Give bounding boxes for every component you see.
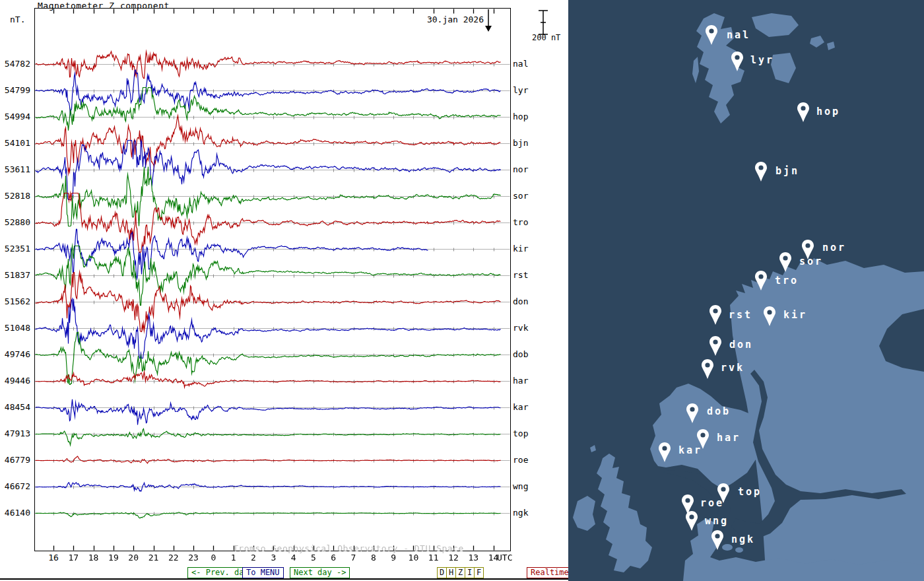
landmass xyxy=(735,547,743,553)
component-button-Z[interactable]: Z xyxy=(455,567,465,578)
map-label-rst: rst xyxy=(729,309,752,321)
map-label-kar: kar xyxy=(678,444,702,456)
map-pin-lyr[interactable] xyxy=(729,51,745,72)
y-axis-value-lyr: 54799 xyxy=(0,85,30,95)
trace-label-top: top xyxy=(513,428,528,438)
trace-label-wng: wng xyxy=(513,481,528,491)
map-marker-icon xyxy=(657,442,673,463)
x-tick-2: 2 xyxy=(246,553,261,563)
map-marker-icon xyxy=(762,306,777,327)
x-tick-22: 22 xyxy=(166,553,182,563)
map-label-har: har xyxy=(717,432,741,444)
map-label-nal: nal xyxy=(727,29,750,41)
map-marker-icon xyxy=(795,102,811,123)
map-pin-kar[interactable] xyxy=(657,442,673,463)
y-axis-value-don: 51562 xyxy=(0,296,30,306)
map-marker-icon xyxy=(753,161,769,182)
component-button-I[interactable]: I xyxy=(465,567,475,578)
x-tick-4: 4 xyxy=(286,553,302,563)
map-marker-icon xyxy=(777,252,793,273)
map-marker-icon xyxy=(708,335,723,357)
map-label-tro: tro xyxy=(775,275,799,287)
x-tick-6: 6 xyxy=(325,553,341,563)
y-axis-value-kir: 52351 xyxy=(0,244,30,254)
component-button-H[interactable]: H xyxy=(446,567,456,578)
y-axis-value-har: 49446 xyxy=(0,376,30,386)
x-tick-19: 19 xyxy=(106,553,121,563)
map-pin-hop[interactable] xyxy=(795,102,811,123)
y-axis-value-nor: 53611 xyxy=(0,164,30,174)
map-marker-icon xyxy=(704,24,719,46)
map-pin-bjn[interactable] xyxy=(753,161,769,182)
x-tick-10: 10 xyxy=(405,553,421,563)
x-tick-18: 18 xyxy=(86,553,102,563)
y-axis-unit-label: nT. xyxy=(10,15,25,24)
next-day-button[interactable]: Next day -> xyxy=(290,567,350,578)
x-tick-9: 9 xyxy=(385,553,401,563)
map-pin-wng[interactable] xyxy=(684,510,700,531)
observatory-credit: Tromso Geophysical Observatory - DTU Spa… xyxy=(233,543,464,553)
y-axis-value-bjn: 54101 xyxy=(0,138,30,148)
component-button-D[interactable]: D xyxy=(437,567,447,578)
station-map: nallyrhopbjnnorsortrorstkirdonrvkdobhark… xyxy=(568,0,924,581)
component-button-F[interactable]: F xyxy=(474,567,484,578)
trace-label-har: har xyxy=(513,376,528,386)
y-axis-value-hop: 54994 xyxy=(0,112,30,121)
map-pin-kir[interactable] xyxy=(762,306,777,327)
map-label-ngk: ngk xyxy=(731,533,755,545)
trace-label-sor: sor xyxy=(513,191,528,201)
x-axis-unit-label: UTC xyxy=(497,553,517,563)
y-axis-value-tro: 52880 xyxy=(0,217,30,227)
map-marker-icon xyxy=(684,510,700,531)
trace-label-tro: tro xyxy=(513,217,528,227)
y-axis-value-ngk: 46140 xyxy=(0,508,30,518)
map-pin-dob[interactable] xyxy=(684,403,700,424)
realtime-button[interactable]: Realtime xyxy=(527,567,573,578)
x-tick-20: 20 xyxy=(125,553,141,563)
component-selector: DHZIF xyxy=(438,567,484,578)
map-marker-icon xyxy=(708,304,723,325)
trace-label-kir: kir xyxy=(513,244,528,254)
map-pin-tro[interactable] xyxy=(753,270,769,291)
map-pin-nal[interactable] xyxy=(704,24,719,46)
trace-label-dob: dob xyxy=(513,349,528,359)
map-pin-don[interactable] xyxy=(708,335,723,357)
map-pin-sor[interactable] xyxy=(777,252,793,273)
x-tick-1: 1 xyxy=(226,553,242,563)
map-pin-rvk[interactable] xyxy=(700,359,715,380)
x-tick-7: 7 xyxy=(346,553,362,563)
map-marker-icon xyxy=(700,359,715,380)
trace-label-don: don xyxy=(513,296,528,306)
trace-label-ngk: ngk xyxy=(513,508,528,518)
x-tick-16: 16 xyxy=(46,553,61,563)
trace-label-lyr: lyr xyxy=(513,85,528,95)
x-tick-12: 12 xyxy=(446,553,461,563)
y-axis-value-roe: 46779 xyxy=(0,455,30,465)
map-label-lyr: lyr xyxy=(750,54,774,66)
map-label-bjn: bjn xyxy=(776,165,799,177)
trace-label-kar: kar xyxy=(513,402,528,412)
y-axis-value-top: 47913 xyxy=(0,428,30,438)
x-tick-8: 8 xyxy=(366,553,381,563)
x-tick-13: 13 xyxy=(465,553,481,563)
bottom-divider xyxy=(0,578,568,580)
y-axis-value-sor: 52818 xyxy=(0,191,30,201)
x-tick-21: 21 xyxy=(146,553,162,563)
x-tick-23: 23 xyxy=(185,553,201,563)
y-axis-value-rvk: 51048 xyxy=(0,323,30,333)
trace-label-rvk: rvk xyxy=(513,323,528,333)
map-marker-icon xyxy=(684,403,700,424)
magnetogram-panel: Magnetometer Z component nT. 30.jan 2026… xyxy=(0,0,568,581)
map-pin-ngk[interactable] xyxy=(710,530,725,551)
x-tick-0: 0 xyxy=(205,553,221,563)
map-label-top: top xyxy=(738,486,762,498)
to-menu-button[interactable]: To MENU xyxy=(242,567,284,578)
x-tick-3: 3 xyxy=(265,553,281,563)
map-label-sor: sor xyxy=(799,256,823,267)
map-pin-rst[interactable] xyxy=(708,304,723,325)
tgo-magnetometer-page: Magnetometer Z component nT. 30.jan 2026… xyxy=(0,0,924,581)
map-label-nor: nor xyxy=(822,242,846,254)
y-axis-value-wng: 46672 xyxy=(0,481,30,491)
y-axis-value-dob: 49746 xyxy=(0,349,30,359)
trace-label-nor: nor xyxy=(513,164,528,174)
